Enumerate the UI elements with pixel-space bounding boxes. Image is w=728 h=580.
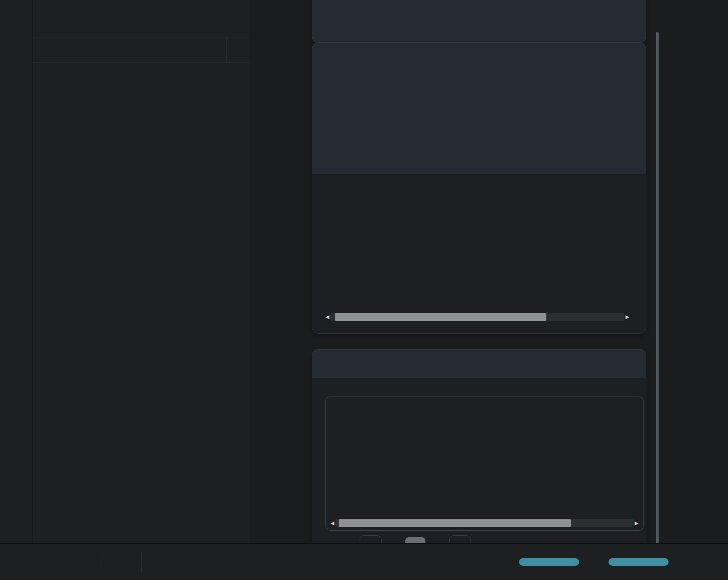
ram-icon xyxy=(499,556,512,568)
error-counter[interactable] xyxy=(12,557,27,568)
cell-2-output: ◀ ▶ xyxy=(312,174,646,334)
plus-icon xyxy=(234,45,244,55)
result-table: ◀ ▶ xyxy=(325,397,644,531)
timer-off-icon xyxy=(157,557,168,568)
chevron-down-icon xyxy=(177,559,184,566)
output-horizontal-scrollbar[interactable]: ◀ ▶ xyxy=(325,313,629,321)
cell-3-output: ◀ ▶ xyxy=(312,378,646,560)
scroll-left-icon[interactable]: ◀ xyxy=(325,313,330,321)
terminal-icon xyxy=(40,556,52,568)
result-table-header xyxy=(326,397,643,437)
notebook-vertical-scrollbar[interactable] xyxy=(656,32,659,544)
code-cell-3[interactable]: ◀ ▶ xyxy=(312,349,646,560)
cpu-icon xyxy=(589,556,601,568)
ibis-expression-output xyxy=(312,174,646,185)
search-icon xyxy=(44,45,53,55)
add-datasource-button[interactable] xyxy=(226,37,251,62)
activity-rail xyxy=(0,0,33,544)
datasources-panel xyxy=(33,0,251,544)
table-horizontal-scrollbar[interactable]: ◀ ▶ xyxy=(330,519,639,527)
errors-icon xyxy=(12,557,23,568)
scroll-right-icon[interactable]: ▶ xyxy=(634,519,639,527)
terminal-toggle[interactable] xyxy=(40,556,52,568)
search-input[interactable] xyxy=(60,44,226,56)
divider xyxy=(101,553,101,572)
zap-icon xyxy=(116,557,127,568)
cell-2-editor[interactable] xyxy=(312,43,646,174)
scrollbar-track[interactable] xyxy=(335,519,634,527)
zap-icon xyxy=(75,557,86,568)
close-panel-icon[interactable] xyxy=(230,14,240,24)
scroll-left-icon[interactable]: ◀ xyxy=(330,519,335,527)
ai-sparkles-icon[interactable] xyxy=(682,557,693,568)
on-module-change-setting[interactable] xyxy=(152,557,184,568)
resource-meters xyxy=(499,556,716,568)
table-search-row xyxy=(33,37,251,63)
marimo-app: ◀ ▶ ◀ ▶ xyxy=(0,0,728,580)
scrollbar-track[interactable] xyxy=(330,313,624,321)
code-cell-2[interactable]: ◀ ▶ xyxy=(312,42,646,334)
cpu-usage-meter xyxy=(608,558,669,566)
scrollbar-thumb[interactable] xyxy=(339,519,571,527)
cell-3-editor[interactable] xyxy=(312,350,646,378)
connected-check-icon xyxy=(705,557,716,568)
on-startup-setting[interactable] xyxy=(71,557,91,568)
code-cell-1[interactable] xyxy=(312,0,646,43)
ram-usage-meter xyxy=(519,558,579,566)
divider xyxy=(141,553,142,572)
panel-header xyxy=(33,0,251,37)
on-cell-change-setting[interactable] xyxy=(111,557,131,568)
scrollbar-thumb[interactable] xyxy=(335,313,547,321)
status-bar xyxy=(0,543,728,580)
scroll-right-icon[interactable]: ▶ xyxy=(624,313,629,321)
